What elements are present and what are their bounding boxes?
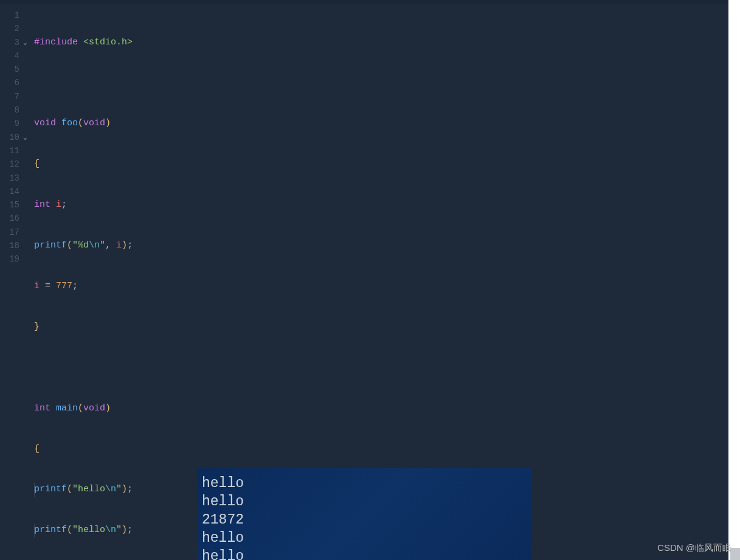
token-var-i: i bbox=[56, 198, 61, 212]
line-number: 19 bbox=[0, 252, 19, 266]
token-include: #include bbox=[34, 36, 78, 49]
line-number: 18 bbox=[0, 239, 19, 252]
token-void: void bbox=[34, 117, 56, 130]
watermark-text: CSDN @临风而眠 bbox=[657, 542, 731, 554]
token-semi: ; bbox=[72, 280, 78, 293]
token-i-assign: i bbox=[34, 280, 40, 293]
token-hello: "hello bbox=[72, 524, 105, 537]
token-printf: printf bbox=[34, 239, 67, 252]
line-number: 17 bbox=[0, 226, 19, 239]
token-semi: ; bbox=[127, 524, 133, 537]
line-number: 5 bbox=[0, 63, 19, 76]
token-eq: = bbox=[40, 280, 56, 293]
line-number-gutter: 1 2 3 4 5 6 7 8 9 10 11 12 13 14 15 16 1… bbox=[0, 9, 23, 560]
token-semi: ; bbox=[61, 198, 67, 212]
token-printf: printf bbox=[34, 524, 67, 537]
token-esc: \n bbox=[105, 524, 116, 537]
token-esc: \n bbox=[89, 239, 100, 252]
fold-icon[interactable]: ⌄ bbox=[23, 131, 27, 144]
line-number: 9 bbox=[0, 117, 19, 130]
token-close-q: " bbox=[116, 524, 122, 537]
line-number: 15 bbox=[0, 198, 19, 212]
fold-column: ⌄ ⌄ bbox=[23, 9, 34, 560]
line-number: 6 bbox=[0, 76, 19, 89]
line-number: 16 bbox=[0, 212, 19, 225]
token-hello: "hello bbox=[72, 483, 105, 496]
token-void-param: void bbox=[83, 402, 105, 415]
token-777: 777 bbox=[56, 280, 72, 293]
console-line: hello bbox=[202, 529, 526, 547]
console-line: hello bbox=[202, 547, 526, 560]
line-number: 12 bbox=[0, 157, 19, 171]
token-void-param: void bbox=[83, 117, 105, 130]
console-line: 21872 bbox=[202, 511, 526, 529]
token-printf: printf bbox=[34, 483, 67, 496]
external-console-screenshot: hello hello 21872 hello hello bbox=[197, 468, 531, 560]
token-int: int bbox=[34, 198, 50, 212]
token-brace-open: { bbox=[34, 443, 40, 456]
console-line: hello bbox=[202, 474, 526, 493]
token-brace-open: { bbox=[34, 157, 40, 171]
line-number: 14 bbox=[0, 185, 19, 198]
token-comma: , bbox=[105, 239, 116, 252]
token-semi: ; bbox=[127, 239, 133, 252]
line-number: 2 bbox=[0, 22, 19, 35]
line-number: 10 bbox=[0, 131, 19, 144]
token-i-ref: i bbox=[116, 239, 122, 252]
line-number: 3 bbox=[0, 36, 19, 49]
token-fn-main: main bbox=[56, 402, 78, 415]
scrollbar-corner bbox=[730, 548, 740, 560]
line-number: 11 bbox=[0, 144, 19, 157]
token-int: int bbox=[34, 402, 50, 415]
token-fmt: "%d bbox=[72, 239, 89, 252]
token-semi: ; bbox=[127, 483, 133, 496]
line-number: 13 bbox=[0, 171, 19, 185]
line-number: 4 bbox=[0, 49, 19, 63]
token-header: <stdio.h> bbox=[83, 36, 133, 49]
token-brace-close: } bbox=[34, 320, 40, 334]
token-close-q: " bbox=[116, 483, 122, 496]
console-line: hello bbox=[202, 493, 526, 511]
line-number: 7 bbox=[0, 90, 19, 103]
line-number: 8 bbox=[0, 103, 19, 117]
token-fn-foo: foo bbox=[61, 117, 78, 130]
token-esc: \n bbox=[105, 483, 116, 496]
token-close-q: " bbox=[100, 239, 105, 252]
fold-icon[interactable]: ⌄ bbox=[23, 36, 27, 49]
line-number: 1 bbox=[0, 9, 19, 22]
